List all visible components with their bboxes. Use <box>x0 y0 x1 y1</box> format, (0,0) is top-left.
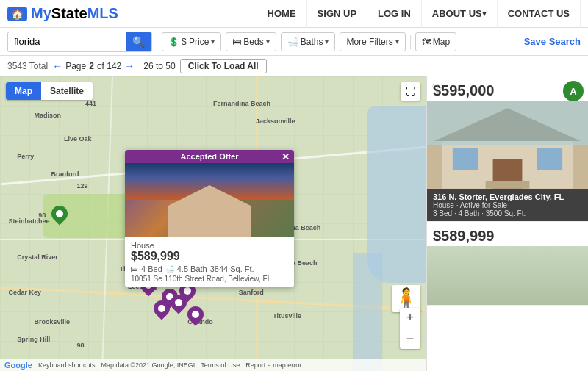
beds-label: Beds <box>243 37 263 47</box>
popup-baths: 4.5 Bath <box>177 264 207 273</box>
map-view-toggle: Map Satellite <box>6 82 93 100</box>
current-page: 2 <box>89 61 94 71</box>
price-label: $ Price <box>182 37 209 47</box>
city-label-sanford: Sanford <box>239 289 264 296</box>
map-icon: 🗺 <box>422 37 431 47</box>
main-content: 441 Madison Perry Branford Steinhatchee … <box>0 76 588 371</box>
popup-image <box>125 163 294 237</box>
price-icon: 💲 <box>168 37 179 47</box>
listing-image-2[interactable] <box>427 246 588 305</box>
popup-body: House $589,999 🛏 4 Bed 🛁 4.5 Bath 3844 S… <box>125 237 294 287</box>
google-logo: Google <box>4 361 32 370</box>
header: 🏠 MyStateMLS HOME SIGN UP LOG IN ABOUT U… <box>0 0 588 28</box>
baths-label: Baths <box>301 37 323 47</box>
zoom-in-button[interactable]: + <box>400 308 420 328</box>
city-label-titusville: Titusville <box>273 312 301 320</box>
load-all-button[interactable]: Click To Load All <box>180 59 267 73</box>
map-footer: Google Keyboard shortcuts Map data ©2021… <box>0 359 426 371</box>
svg-rect-5 <box>537 148 562 170</box>
listings-panel: ♡ A $595,000 <box>426 76 588 371</box>
bed-icon: 🛏 <box>131 265 138 273</box>
listing-card-1: ♡ A $595,000 <box>427 76 588 222</box>
page-range: 26 to 50 <box>143 61 175 71</box>
map-tiles: 441 Madison Perry Branford Steinhatchee … <box>0 76 426 371</box>
listing-info-bar-1: 316 N. Storter, Everglades City, FL Hous… <box>427 189 588 221</box>
filter-more[interactable]: More Filters ▾ <box>340 32 405 51</box>
filter-baths[interactable]: 🛁 Baths ▾ <box>281 32 336 51</box>
search-bar: 🔍 💲 $ Price ▾ 🛏 Beds ▾ 🛁 Baths ▾ More Fi… <box>0 28 588 56</box>
popup-type: House <box>131 241 288 250</box>
nav-signup[interactable]: SIGN UP <box>307 0 368 28</box>
map-view-button[interactable]: Map <box>6 82 41 100</box>
filter-price[interactable]: 💲 $ Price ▾ <box>162 32 221 51</box>
keyboard-shortcuts[interactable]: Keyboard shortcuts <box>38 361 96 369</box>
listing-price-2: $589,999 <box>427 222 588 246</box>
favorite-button-1[interactable]: ♡ <box>431 81 443 97</box>
search-input[interactable] <box>8 33 126 50</box>
bath-icon: 🛁 <box>165 265 174 273</box>
listing-type-1: House · Active for Sale <box>433 201 582 209</box>
city-label-fernandina: Fernandina Beach <box>213 100 270 107</box>
logo-icon: 🏠 <box>7 7 27 21</box>
baths-icon: 🛁 <box>287 37 298 47</box>
popup-close-button[interactable]: ✕ <box>282 151 290 162</box>
city-label-jacksonville: Jacksonville <box>256 118 295 125</box>
price-arrow: ▾ <box>211 37 215 46</box>
city-label-cedarkey: Cedar Key <box>9 289 42 296</box>
city-label-98b: 98 <box>76 342 84 349</box>
svg-rect-8 <box>427 101 588 145</box>
results-total: 3543 Total <box>7 61 48 71</box>
city-label-brooksville: Brooksville <box>34 318 70 325</box>
nav-login[interactable]: LOG IN <box>368 0 422 28</box>
svg-rect-4 <box>453 148 478 170</box>
logo: 🏠 MyStateMLS <box>7 5 118 22</box>
nav-contact[interactable]: CONTACT US <box>498 0 581 28</box>
zoom-out-button[interactable]: − <box>400 328 420 349</box>
save-search-button[interactable]: Save Search <box>524 36 581 47</box>
filter-separator-2 <box>410 35 411 49</box>
main-nav: HOME SIGN UP LOG IN ABOUT US CONTACT US <box>257 0 581 28</box>
filter-beds[interactable]: 🛏 Beds ▾ <box>226 32 276 51</box>
pagination-bar: 3543 Total ← Page 2 of 142 → 26 to 50 Cl… <box>0 56 588 76</box>
map-data: Map data ©2021 Google, INEGI <box>101 361 195 369</box>
search-button[interactable]: 🔍 <box>126 32 151 51</box>
listing-card-2: $589,999 ♡ P <box>427 222 588 306</box>
prev-page-button[interactable]: ← <box>52 60 62 72</box>
listing-specs-1: 3 Bed · 4 Bath · 3500 Sq. Ft. <box>433 209 582 217</box>
popup-price: $589,999 <box>131 250 288 263</box>
water-area-2 <box>353 253 382 371</box>
baths-arrow: ▾ <box>325 37 329 46</box>
city-label-crystalriver: Crystal River <box>17 253 58 261</box>
nav-about[interactable]: ABOUT US <box>422 0 498 28</box>
page-navigation: ← Page 2 of 142 → <box>52 60 135 72</box>
popup-sqft: 3844 Sq. Ft. <box>210 264 254 273</box>
city-label-madison: Madison <box>34 112 61 119</box>
page-label: Page <box>65 61 86 71</box>
filter-separator-1 <box>157 35 157 49</box>
next-page-button[interactable]: → <box>124 60 135 72</box>
fullscreen-button[interactable]: ⛶ <box>401 82 420 101</box>
city-label-129: 129 <box>76 182 87 190</box>
city-label-98: 98 <box>38 212 46 219</box>
logo-mls: MLS <box>87 5 118 22</box>
page-of: of 142 <box>97 61 121 71</box>
avatar-initial-1: A <box>570 86 576 97</box>
city-label-branford: Branford <box>51 170 79 178</box>
logo-state: State <box>51 5 87 22</box>
beds-arrow: ▾ <box>266 37 270 46</box>
zoom-controls: + − <box>400 308 420 349</box>
terms-of-use[interactable]: Terms of Use <box>201 361 240 369</box>
city-label-441: 441 <box>85 100 96 107</box>
filter-map[interactable]: 🗺 Map <box>415 32 456 51</box>
logo-my: My <box>31 5 51 22</box>
map-area: 441 Madison Perry Branford Steinhatchee … <box>0 76 426 371</box>
satellite-view-button[interactable]: Satellite <box>41 82 93 100</box>
popup-accepted-offer: Accepted Offer <box>181 152 239 161</box>
report-map-error[interactable]: Report a map error <box>245 361 301 369</box>
popup-address: 10051 Se 110th Street Road, Belleview, F… <box>131 275 288 283</box>
popup-details: 🛏 4 Bed 🛁 4.5 Bath 3844 Sq. Ft. <box>131 264 288 273</box>
beds-icon: 🛏 <box>232 37 241 47</box>
listing-image-1[interactable] <box>427 101 588 189</box>
city-label-springhill: Spring Hill <box>17 336 50 343</box>
nav-home[interactable]: HOME <box>257 0 307 28</box>
